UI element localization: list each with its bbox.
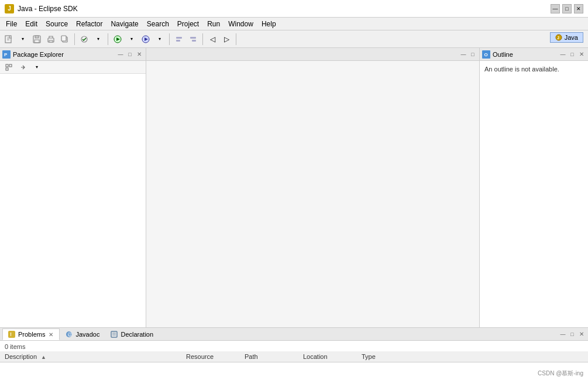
bottom-content: 0 items Description ▲ Resource Path Loca… [0,341,588,380]
bottom-tabs-controls: — □ ✕ [559,330,586,338]
minimize-panel-btn[interactable]: — [116,50,125,59]
editor-controls: — □ [459,50,477,59]
tab-declaration-label: Declaration [121,331,153,338]
title-left: J Java - Eclipse SDK [5,4,78,13]
toolbar-sep-3 [169,33,170,45]
title-bar: J Java - Eclipse SDK — □ ✕ [0,0,588,18]
forward-button[interactable]: ▷ [220,33,233,46]
menu-file[interactable]: File [2,19,20,29]
copy-button[interactable] [59,33,71,46]
menu-help[interactable]: Help [258,19,280,29]
next-edit-button[interactable] [187,33,200,46]
tab-problems[interactable]: ! Problems ✕ [2,328,60,340]
menu-edit[interactable]: Edit [22,19,41,29]
close-problems-tab[interactable]: ✕ [47,331,54,338]
svg-rect-23 [6,64,8,67]
title-text: Java - Eclipse SDK [18,5,78,13]
outline-panel: O Outline — □ ✕ An outline is not availa… [480,48,588,327]
maximize-panel-btn[interactable]: □ [126,50,134,59]
svg-text:@: @ [67,331,73,337]
bottom-tabs-list: ! Problems ✕ @ Javadoc Dec [2,328,159,340]
menu-refactor[interactable]: Refactor [73,19,106,29]
debug-button[interactable] [139,33,152,46]
prev-edit-button[interactable] [173,33,185,46]
bottom-maximize-btn[interactable]: □ [568,330,576,338]
link-editor-btn[interactable] [16,61,29,74]
close-button[interactable]: ✕ [574,4,583,13]
svg-rect-0 [5,36,11,43]
outline-controls: — □ ✕ [559,50,586,59]
editor-content[interactable] [146,61,479,327]
outline-label: Outline [493,51,513,58]
back-button[interactable]: ◁ [206,33,219,46]
new-dropdown[interactable]: ▾ [16,33,29,46]
svg-rect-32 [111,331,117,337]
pkg-view-menu[interactable]: ▾ [30,61,43,74]
outline-icon: O [482,50,490,59]
package-explorer-title: P Package Explorer [2,50,64,59]
javadoc-icon: @ [65,330,73,338]
window-controls: — □ ✕ [551,4,583,13]
debug-dropdown[interactable]: ▾ [153,33,166,46]
package-explorer-icon: P [2,50,11,59]
toolbar-sep-5 [236,33,236,45]
svg-rect-17 [190,37,196,39]
svg-rect-9 [61,36,66,41]
bottom-tabs-bar: ! Problems ✕ @ Javadoc Dec [0,328,588,341]
svg-rect-4 [35,36,39,38]
maximize-button[interactable]: □ [562,4,572,13]
package-explorer-panel: P Package Explorer — □ ✕ ▾ [0,48,146,327]
problems-table-header: Description ▲ Resource Path Location Typ… [0,351,588,362]
collapse-all-btn[interactable] [2,61,15,74]
svg-rect-18 [192,40,196,42]
col-resource: Resource [181,352,240,361]
java-perspective-button[interactable]: J Java [550,32,583,43]
menu-window[interactable]: Window [225,19,257,29]
menu-bar: File Edit Source Refactor Navigate Searc… [0,18,588,30]
col-location: Location [298,352,357,361]
svg-text:P: P [4,52,8,57]
watermark: CSDN @慕斯-ing [538,369,583,378]
maximize-editor-btn[interactable]: □ [469,50,477,59]
close-package-explorer-btn[interactable]: ✕ [135,50,143,59]
declaration-icon [110,330,118,338]
minimize-editor-btn[interactable]: — [459,50,467,59]
minimize-outline-btn[interactable]: — [559,50,567,59]
run-last-button[interactable] [111,33,124,46]
tab-declaration[interactable]: Declaration [105,328,159,340]
build-button[interactable] [78,33,91,46]
save-button[interactable] [30,33,43,46]
menu-project[interactable]: Project [174,19,202,29]
problems-icon: ! [8,330,16,338]
svg-rect-5 [35,40,39,43]
svg-rect-15 [176,37,182,39]
new-button[interactable] [2,33,15,46]
col-description: Description ▲ [0,352,181,361]
menu-search[interactable]: Search [143,19,173,29]
tab-problems-label: Problems [18,331,45,338]
package-explorer-toolbar: ▾ [0,61,146,74]
run-dropdown[interactable]: ▾ [125,33,138,46]
menu-run[interactable]: Run [204,19,223,29]
bottom-minimize-btn[interactable]: — [559,330,567,338]
svg-rect-16 [176,40,180,42]
bottom-close-btn[interactable]: ✕ [577,330,586,338]
outline-header: O Outline — □ ✕ [480,48,588,61]
editor-header: — □ [146,48,479,61]
build-dropdown[interactable]: ▾ [92,33,105,46]
maximize-outline-btn[interactable]: □ [568,50,576,59]
tab-javadoc[interactable]: @ Javadoc [60,328,105,340]
toolbar-sep-2 [108,33,108,45]
app-icon: J [5,4,14,13]
outline-content: An outline is not available. [480,61,588,327]
package-explorer-content[interactable] [0,74,146,327]
svg-text:!: ! [10,331,12,337]
menu-navigate[interactable]: Navigate [107,19,142,29]
outline-message: An outline is not available. [480,61,588,77]
close-outline-btn[interactable]: ✕ [577,50,586,59]
print-button[interactable] [44,33,57,46]
svg-rect-25 [6,68,8,70]
minimize-button[interactable]: — [551,4,560,13]
menu-source[interactable]: Source [42,19,71,29]
col-type: Type [357,352,380,361]
